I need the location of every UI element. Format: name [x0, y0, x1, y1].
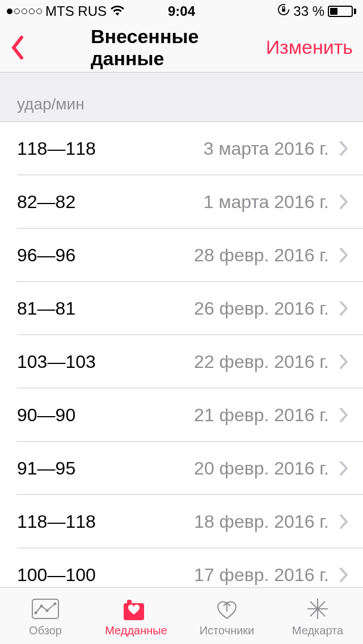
list-item[interactable]: 81—81 26 февр. 2016 г. [0, 282, 363, 335]
svg-point-4 [40, 604, 43, 607]
rotation-lock-icon [277, 3, 290, 19]
date-label: 18 февр. 2016 г. [194, 511, 336, 532]
signal-strength-icon [7, 9, 42, 14]
value-label: 82—82 [17, 192, 75, 213]
value-label: 96—96 [17, 245, 75, 266]
tab-label: Обзор [29, 624, 62, 637]
chevron-right-icon [336, 300, 363, 316]
svg-point-5 [46, 609, 49, 612]
tab-medical-id[interactable]: Медкарта [272, 588, 363, 644]
date-label: 26 февр. 2016 г. [194, 298, 336, 319]
carrier-label: MTS RUS [45, 3, 107, 19]
list-item[interactable]: 90—90 21 февр. 2016 г. [0, 388, 363, 442]
value-label: 103—103 [17, 351, 96, 372]
svg-point-6 [54, 602, 57, 605]
clock: 9:04 [168, 3, 195, 19]
list-item[interactable]: 96—96 28 февр. 2016 г. [0, 228, 363, 282]
list-item[interactable]: 91—95 20 февр. 2016 г. [0, 442, 363, 495]
sources-icon [215, 595, 239, 622]
chevron-right-icon [336, 141, 363, 156]
data-list: 118—118 3 марта 2016 г. 82—82 1 марта 20… [0, 122, 363, 601]
date-label: 28 февр. 2016 г. [194, 245, 336, 266]
svg-point-3 [35, 611, 37, 614]
chevron-right-icon [336, 567, 363, 583]
status-left: MTS RUS [7, 3, 125, 19]
date-label: 1 марта 2016 г. [204, 192, 336, 213]
date-label: 21 февр. 2016 г. [194, 405, 336, 426]
tab-label: Медданные [105, 624, 167, 637]
back-button[interactable] [0, 23, 34, 72]
medical-id-icon [306, 595, 330, 622]
value-label: 91—95 [17, 458, 75, 479]
chevron-right-icon [336, 247, 363, 263]
battery-percent: 33 % [293, 3, 324, 19]
health-data-icon [124, 595, 149, 622]
tab-health-data[interactable]: Медданные [91, 588, 182, 644]
date-label: 17 февр. 2016 г. [194, 565, 336, 586]
tab-label: Источники [200, 624, 255, 637]
navigation-bar: Внесенные данные Изменить [0, 23, 363, 73]
tab-overview[interactable]: Обзор [0, 588, 91, 644]
tab-label: Медкарта [292, 624, 343, 637]
list-item[interactable]: 118—118 18 февр. 2016 г. [0, 495, 363, 548]
value-label: 81—81 [17, 298, 75, 319]
chevron-left-icon [10, 36, 24, 60]
value-label: 118—118 [17, 511, 96, 532]
chevron-right-icon [336, 354, 363, 370]
tab-bar: Обзор Медданные Источники Медкарта [0, 587, 363, 644]
status-right: 33 % [277, 3, 356, 19]
wifi-icon [110, 3, 125, 19]
value-label: 118—118 [17, 138, 96, 159]
list-item[interactable]: 118—118 3 марта 2016 г. [0, 122, 363, 175]
value-label: 90—90 [17, 405, 75, 426]
page-title: Внесенные данные [91, 26, 272, 70]
overview-icon [31, 595, 60, 622]
chevron-right-icon [336, 460, 363, 476]
value-label: 100—100 [17, 565, 96, 586]
date-label: 20 февр. 2016 г. [194, 458, 336, 479]
section-header: удар/мин [0, 73, 363, 122]
date-label: 22 февр. 2016 г. [194, 351, 336, 372]
status-bar: MTS RUS 9:04 33 % [0, 0, 363, 23]
list-item[interactable]: 103—103 22 февр. 2016 г. [0, 335, 363, 388]
svg-rect-1 [282, 9, 286, 12]
chevron-right-icon [336, 514, 363, 529]
tab-sources[interactable]: Источники [182, 588, 272, 644]
battery-icon [328, 6, 356, 17]
date-label: 3 марта 2016 г. [204, 138, 336, 159]
chevron-right-icon [336, 407, 363, 423]
list-item[interactable]: 82—82 1 марта 2016 г. [0, 175, 363, 228]
chevron-right-icon [336, 194, 363, 210]
